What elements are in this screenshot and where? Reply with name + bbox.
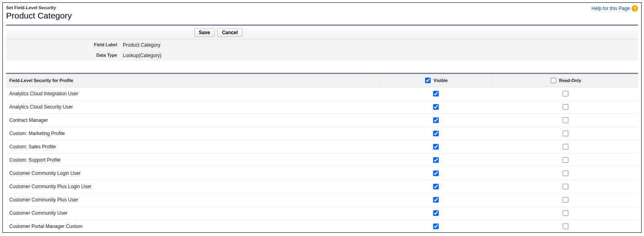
readonly-checkbox[interactable]: [563, 117, 568, 123]
button-row: Save Cancel: [6, 26, 638, 40]
profile-name: Custom: Support Profile: [6, 154, 379, 167]
visible-checkbox[interactable]: [433, 197, 439, 203]
col-header-profile: Field-Level Security for Profile: [6, 74, 379, 87]
visible-checkbox[interactable]: [433, 144, 439, 150]
detail-panel: Save Cancel Field Label Product Category…: [6, 25, 638, 61]
table-row: Contract Manager: [6, 114, 638, 127]
profile-name: Customer Portal Manager Custom: [6, 220, 379, 233]
profile-name: Analytics Cloud Integration User: [6, 87, 379, 101]
table-row: Custom: Support Profile: [6, 154, 638, 167]
visible-checkbox[interactable]: [433, 210, 439, 216]
field-label-caption: Field Label: [6, 42, 123, 48]
visible-checkbox[interactable]: [433, 131, 439, 136]
page-title: Product Category: [6, 11, 72, 21]
profile-name: Contract Manager: [6, 114, 379, 127]
profile-name: Analytics Cloud Security User: [6, 101, 379, 114]
help-icon: ?: [632, 5, 638, 12]
visible-checkbox[interactable]: [433, 104, 439, 110]
table-row: Analytics Cloud Security User: [6, 101, 638, 114]
readonly-checkbox[interactable]: [563, 131, 568, 136]
readonly-checkbox[interactable]: [563, 184, 568, 189]
profile-name: Custom: Marketing Profile: [6, 127, 379, 140]
readonly-checkbox[interactable]: [563, 170, 568, 176]
help-link-text: Help for this Page: [592, 6, 630, 11]
fls-table-panel: Field-Level Security for Profile Visible…: [6, 73, 638, 233]
readonly-checkbox[interactable]: [563, 224, 568, 229]
detail-row-field-label: Field Label Product Category: [6, 40, 638, 50]
readonly-checkbox[interactable]: [563, 91, 568, 96]
table-row: Customer Community Plus User: [6, 193, 638, 207]
readonly-select-all-checkbox[interactable]: [551, 78, 556, 83]
visible-checkbox[interactable]: [433, 117, 439, 123]
visible-checkbox[interactable]: [433, 157, 439, 163]
data-type-caption: Data Type: [6, 53, 123, 58]
fls-table: Field-Level Security for Profile Visible…: [6, 74, 638, 233]
readonly-checkbox[interactable]: [563, 157, 568, 163]
readonly-checkbox[interactable]: [563, 144, 568, 150]
col-header-readonly: Read-Only: [493, 74, 638, 87]
page-header: Set Field-Level Security Product Categor…: [6, 5, 638, 21]
visible-checkbox[interactable]: [433, 170, 439, 176]
profile-name: Customer Community User: [6, 207, 379, 220]
readonly-checkbox[interactable]: [563, 210, 568, 216]
help-link[interactable]: Help for this Page ?: [592, 5, 638, 12]
table-row: Custom: Sales Profile: [6, 140, 638, 154]
save-button[interactable]: Save: [194, 28, 215, 37]
detail-row-data-type: Data Type Lookup(Category): [6, 50, 638, 61]
readonly-checkbox[interactable]: [563, 104, 568, 110]
data-type-value: Lookup(Category): [123, 53, 161, 58]
table-row: Custom: Marketing Profile: [6, 127, 638, 140]
table-row: Customer Portal Manager Custom: [6, 220, 638, 233]
visible-checkbox[interactable]: [433, 91, 439, 96]
col-header-visible-text: Visible: [433, 78, 448, 83]
col-header-readonly-text: Read-Only: [559, 78, 581, 83]
col-header-visible: Visible: [379, 74, 493, 87]
table-row: Analytics Cloud Integration User: [6, 87, 638, 101]
profile-name: Customer Community Plus Login User: [6, 180, 379, 193]
profile-name: Custom: Sales Profile: [6, 140, 379, 154]
readonly-checkbox[interactable]: [563, 197, 568, 203]
visible-checkbox[interactable]: [433, 224, 439, 229]
table-row: Customer Community Plus Login User: [6, 180, 638, 193]
table-row: Customer Community Login User: [6, 167, 638, 180]
cancel-button[interactable]: Cancel: [217, 28, 242, 37]
profile-name: Customer Community Plus User: [6, 193, 379, 207]
page-subtitle: Set Field-Level Security: [6, 5, 72, 10]
profile-name: Customer Community Login User: [6, 167, 379, 180]
table-row: Customer Community User: [6, 207, 638, 220]
visible-checkbox[interactable]: [433, 184, 439, 189]
field-label-value: Product Category: [123, 42, 160, 48]
visible-select-all-checkbox[interactable]: [425, 78, 431, 83]
